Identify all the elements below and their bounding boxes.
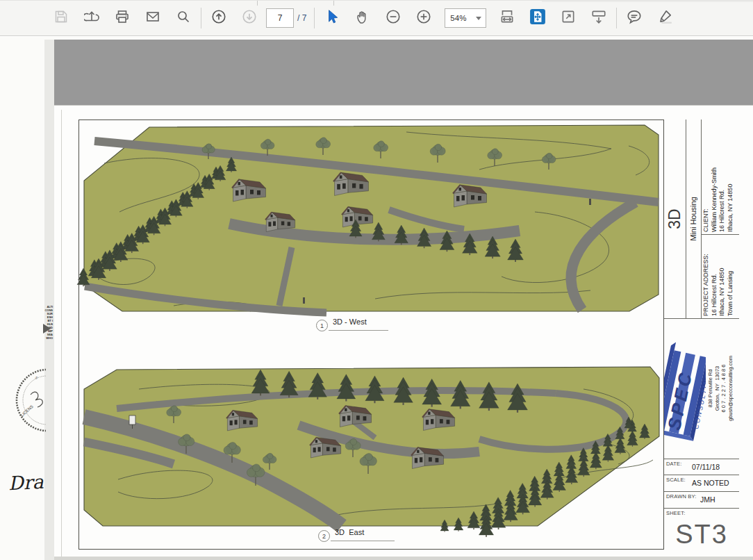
view-title: 3D - West [333,318,367,326]
handwritten-note: Dra [8,471,44,495]
view-number-badge: 2 [318,530,330,542]
print-button[interactable] [107,5,138,31]
email-button[interactable] [138,5,168,31]
tab-separator [333,1,334,6]
view-number-badge: 1 [316,320,328,331]
arrow-down-circle-icon [241,8,258,28]
drawnby-value: JMH [700,495,715,504]
save-button[interactable] [46,5,76,31]
address-lines: 16 Hillcrest Rd.Ithaca, NY 14850Town of … [711,236,735,316]
divider [616,8,617,28]
sheet-label: SHEET: [666,510,685,516]
expand-icon [560,8,577,28]
chevron-down-icon [476,17,481,20]
page-bottom-gap [54,557,753,560]
next-page-button[interactable] [234,5,265,31]
save-icon [53,9,69,27]
search-icon [176,9,191,27]
toolbar: / 7 54% [0,0,753,36]
cloud-upload-icon [84,9,99,27]
drawnby-row: DRAWN BY: JMH [664,491,739,508]
svg-text:LICENS: LICENS [20,404,34,418]
sheet-number: ST3 [664,520,739,550]
scan-gray-band [53,40,753,105]
label-underline [329,330,388,331]
fit-page-button[interactable] [522,5,553,31]
tab-highlight [542,1,753,2]
project-name: Mini Housing [686,120,701,318]
share-button[interactable] [76,5,107,31]
fit-width-button[interactable] [492,5,522,31]
firm-address: 838 Peruville RdGroton, NY 130736 0 7 . … [706,318,736,459]
address-label: PROJECT ADDRESS: [702,236,711,316]
fullscreen-button[interactable] [553,5,584,31]
zoom-level-value: 54% [445,14,476,22]
client-info: CLIENT: William Kennedy-Smith16 Hillcres… [701,120,739,234]
view-title: 3D East [335,528,364,536]
margin-note-text: ALTICONSSURESHBT IHLNANDIMPSEAWHO [31,305,53,340]
date-label: DATE: [666,461,682,467]
fit-page-icon [529,8,546,28]
drawing-sheet [54,105,753,560]
search-button[interactable] [168,5,199,31]
sheet-title: 3D [664,120,686,318]
fit-width-icon [499,8,515,28]
label-underline [331,541,395,541]
project-address: PROJECT ADDRESS: 16 Hillcrest Rd.Ithaca,… [701,234,739,318]
pointer-icon [324,8,340,28]
arrow-up-circle-icon [210,8,227,28]
minus-circle-icon [385,8,402,28]
date-value: 07/11/18 [692,463,720,471]
engineer-seal: LICENS S [4,365,46,435]
previous-page-button[interactable] [204,5,234,31]
document-viewer: ALTICONSSURESHBT IHLNANDIMPSEAWHO LICENS… [0,37,753,560]
highlight-button[interactable] [649,5,680,31]
comment-icon [626,8,643,28]
view-label-east: 2 3D East [318,528,396,545]
client-lines: William Kennedy-Smith16 Hillcrest Rd.Ith… [711,122,735,232]
zoom-in-button[interactable] [408,5,439,31]
print-icon [115,9,130,27]
email-icon [145,9,160,27]
zoom-out-button[interactable] [378,5,408,31]
page-left-edge [61,110,62,559]
view-label-west: 1 3D - West [316,318,392,334]
highlighter-icon [656,8,673,28]
hand-tool-button[interactable] [347,5,378,31]
hand-icon [355,9,370,27]
scale-label: SCALE: [666,477,686,483]
toolbar-dock-button[interactable] [584,5,614,31]
toolbar-dock-icon [590,8,607,28]
scale-value: AS NOTED [692,479,729,487]
date-row: DATE: 07/11/18 [664,459,739,475]
margin-arrow-icon [43,324,51,333]
divider [314,8,315,28]
page-edge-strip [44,40,54,560]
page-total-label: / 7 [297,13,306,23]
page-number-input[interactable] [266,8,294,28]
drawnby-label: DRAWN BY: [666,493,697,500]
tab-separator [257,1,258,6]
client-label: CLIENT: [702,122,711,232]
divider [201,8,201,28]
title-block: 3D Mini Housing CLIENT: William Kennedy-… [663,120,738,550]
plus-circle-icon [415,8,432,28]
scale-row: SCALE: AS NOTED [664,475,739,491]
zoom-level-select[interactable]: 54% [445,8,486,28]
select-tool-button[interactable] [317,5,347,31]
spec-consulting-logo: SPEC CONSULTING [664,318,706,459]
comment-button[interactable] [619,5,649,31]
